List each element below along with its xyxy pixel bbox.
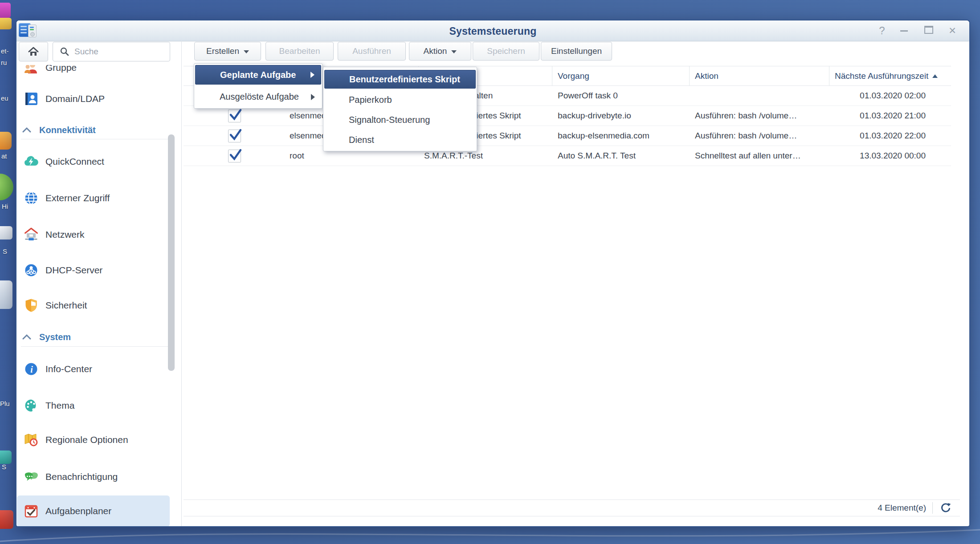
sidebar-item-gruppe[interactable]: Gruppe bbox=[16, 65, 177, 77]
control-panel-window: Systemsteuerung ? ✕ Erstellen Bearbeiten… bbox=[16, 20, 970, 527]
calendar-check-icon bbox=[24, 503, 39, 519]
task-name-cell: PowerOff task 0 bbox=[552, 86, 690, 106]
desktop-icon-fragment bbox=[0, 174, 13, 200]
sidebar-item-sicherheit[interactable]: Sicherheit bbox=[16, 296, 177, 315]
geplante-aufgabe-submenu: Benutzerdefiniertes Skript Papierkorb Si… bbox=[323, 67, 477, 151]
sidebar-item-dhcp-server[interactable]: DHCP-Server bbox=[16, 261, 177, 280]
help-icon[interactable]: ? bbox=[875, 24, 889, 37]
desktop-icon-fragment bbox=[0, 280, 12, 309]
next-run-cell: 01.03.2020 02:00 bbox=[829, 86, 951, 106]
globe-icon bbox=[24, 191, 39, 206]
erstellen-button[interactable]: Erstellen bbox=[194, 42, 261, 61]
sidebar: Gruppe Domain/LDAP Konnektivität QuickCo… bbox=[16, 65, 181, 526]
sidebar-item-regionale-optionen[interactable]: Regionale Optionen bbox=[16, 430, 177, 449]
close-icon[interactable]: ✕ bbox=[946, 24, 959, 37]
window-title: Systemsteuerung bbox=[16, 25, 969, 37]
search-input[interactable] bbox=[74, 46, 160, 57]
sidebar-item-quickconnect[interactable]: QuickConnect bbox=[16, 152, 177, 171]
chevron-up-icon bbox=[22, 334, 31, 340]
sidebar-item-benachrichtigung[interactable]: Benachrichtigung bbox=[16, 467, 177, 486]
domain-ldap-icon bbox=[24, 91, 39, 106]
speichern-button: Speichern bbox=[473, 42, 539, 61]
search-icon bbox=[59, 46, 70, 57]
aktion-button[interactable]: Aktion bbox=[409, 42, 471, 61]
screen: { "colors": { "titlebar_text": "#2c4a7c"… bbox=[0, 0, 980, 544]
sidebar-item-aufgabenplaner[interactable]: Aufgabenplaner bbox=[16, 502, 177, 520]
titlebar[interactable]: Systemsteuerung ? ✕ bbox=[16, 20, 969, 41]
ausfuehren-button: Ausführen bbox=[338, 42, 406, 61]
task-name-cell: Auto S.M.A.R.T. Test bbox=[552, 146, 690, 166]
table-row[interactable]: elsenmedia Benutzerdefiniertes Skript ba… bbox=[184, 126, 951, 146]
info-icon: i bbox=[24, 361, 39, 377]
einstellungen-button[interactable]: Einstellungen bbox=[541, 42, 612, 61]
home-icon bbox=[28, 46, 39, 57]
desktop-icon-label: S bbox=[2, 463, 6, 471]
maximize-icon[interactable] bbox=[924, 26, 933, 34]
menu-item-signalton-steuerung[interactable]: Signalton-Steuerung bbox=[324, 110, 476, 130]
enabled-checkbox[interactable] bbox=[228, 110, 241, 122]
chevron-up-icon bbox=[22, 127, 31, 133]
column-header-vorgang[interactable]: Vorgang bbox=[552, 66, 690, 85]
menu-item-papierkorb[interactable]: Papierkorb bbox=[324, 89, 476, 110]
section-divider bbox=[21, 139, 173, 139]
action-cell: Ausführen: bash /volume… bbox=[690, 106, 829, 126]
shield-icon bbox=[24, 298, 39, 313]
next-run-cell: 13.03.2020 00:00 bbox=[829, 146, 951, 166]
palette-icon bbox=[24, 398, 39, 413]
section-divider bbox=[21, 346, 173, 347]
sidebar-section-konnektivitaet[interactable]: Konnektivität bbox=[16, 124, 177, 136]
sidebar-item-thema[interactable]: Thema bbox=[16, 396, 177, 415]
quickconnect-cloud-icon bbox=[24, 154, 39, 169]
next-run-cell: 01.03.2020 21:00 bbox=[829, 106, 951, 126]
menu-item-geplante-aufgabe[interactable]: Geplante Aufgabe bbox=[195, 65, 321, 85]
sidebar-section-system[interactable]: System bbox=[16, 331, 177, 343]
search-box[interactable] bbox=[53, 42, 170, 61]
action-cell: Schnelltest auf allen unter… bbox=[690, 146, 829, 166]
sidebar-item-domain-ldap[interactable]: Domain/LDAP bbox=[16, 89, 177, 108]
sidebar-scrollbar-thumb[interactable] bbox=[168, 134, 175, 371]
desktop-icon-fragment bbox=[0, 132, 12, 150]
task-name-cell: backup-drivebyte.io bbox=[552, 106, 690, 126]
enabled-checkbox[interactable] bbox=[228, 150, 241, 162]
desktop-icon-label: eu bbox=[1, 94, 8, 102]
sort-ascending-icon bbox=[932, 74, 938, 78]
chevron-down-icon bbox=[244, 50, 249, 53]
speech-bubble-icon bbox=[24, 469, 39, 484]
network-house-icon bbox=[24, 227, 39, 242]
desktop-icon-fragment bbox=[0, 3, 11, 18]
next-run-cell: 01.03.2020 22:00 bbox=[829, 126, 951, 146]
action-cell bbox=[690, 86, 829, 106]
item-count: 4 Element(e) bbox=[878, 503, 926, 513]
action-cell: Ausführen: bash /volume… bbox=[690, 126, 829, 146]
map-clock-icon bbox=[24, 432, 39, 447]
sidebar-divider bbox=[181, 41, 182, 526]
wallpaper-curve bbox=[0, 526, 980, 544]
status-bar: 4 Element(e) bbox=[184, 499, 960, 516]
dhcp-icon bbox=[24, 263, 39, 278]
menu-item-ausgeloeste-aufgabe[interactable]: Ausgelöste Aufgabe bbox=[195, 87, 321, 106]
bearbeiten-button: Bearbeiten bbox=[265, 42, 334, 61]
table-row[interactable]: root S.M.A.R.T.-Test Auto S.M.A.R.T. Tes… bbox=[184, 146, 951, 166]
sidebar-item-info-center[interactable]: i Info-Center bbox=[16, 360, 177, 378]
sidebar-item-netzwerk[interactable]: Netzwerk bbox=[16, 225, 177, 244]
enabled-checkbox[interactable] bbox=[228, 130, 241, 142]
erstellen-menu: Geplante Aufgabe Ausgelöste Aufgabe bbox=[194, 63, 323, 109]
menu-item-benutzerdefiniertes-skript[interactable]: Benutzerdefiniertes Skript bbox=[324, 70, 476, 89]
home-button[interactable] bbox=[19, 42, 48, 61]
column-header-aktion[interactable]: Aktion bbox=[690, 66, 829, 85]
desktop-icon-fragment bbox=[0, 18, 12, 29]
submenu-arrow-icon bbox=[311, 94, 315, 100]
desktop-icon-label: S bbox=[3, 248, 7, 255]
table-row[interactable]: elsenmedia Benutzerdefiniertes Skript ba… bbox=[184, 106, 951, 126]
desktop-icon-label: et- bbox=[1, 47, 9, 55]
minimize-icon[interactable] bbox=[900, 30, 908, 32]
column-header-naechste-ausfuehrungszeit[interactable]: Nächste Ausführungszeit bbox=[829, 66, 951, 85]
sidebar-item-externer-zugriff[interactable]: Externer Zugriff bbox=[16, 189, 177, 207]
desktop-icon-fragment bbox=[0, 226, 12, 240]
desktop-icon-label: ru bbox=[1, 59, 7, 66]
chevron-down-icon bbox=[451, 50, 457, 53]
group-icon bbox=[24, 65, 39, 75]
refresh-icon[interactable] bbox=[939, 502, 952, 514]
status-divider bbox=[932, 502, 933, 514]
menu-item-dienst[interactable]: Dienst bbox=[324, 130, 476, 150]
